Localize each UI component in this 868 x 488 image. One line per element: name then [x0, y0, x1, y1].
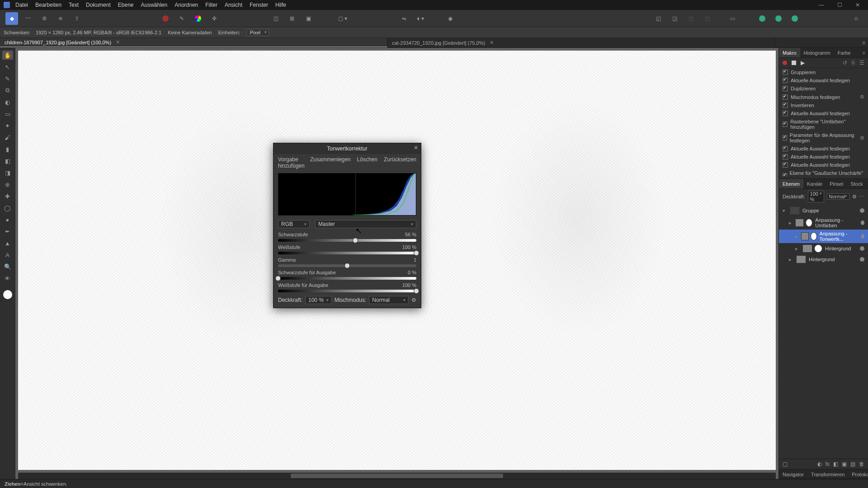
play-icon[interactable]: ▶ [801, 60, 805, 66]
chevron-icon[interactable]: ▸ [795, 246, 800, 252]
window-close-button[interactable]: ✕ [851, 2, 864, 8]
menu-anordnen[interactable]: Anordnen [175, 2, 198, 8]
addlayer2-icon[interactable] [772, 12, 785, 25]
shape-tool[interactable]: ▲ [2, 239, 13, 248]
swatch-icon[interactable] [159, 12, 172, 25]
autoselect-icon[interactable]: ✜ [208, 12, 221, 25]
macro-item[interactable]: Invertieren [779, 101, 868, 109]
gear-icon[interactable]: ⚙ [860, 94, 864, 100]
tab-stock[interactable]: Stock [847, 179, 867, 188]
chevron-icon[interactable]: ▸ [789, 220, 793, 226]
window-minimize-button[interactable]: — [815, 2, 828, 8]
checkbox-icon[interactable] [783, 146, 788, 151]
menu-fenster[interactable]: Fenster [250, 2, 268, 8]
quicklook-icon[interactable]: ◉ [444, 12, 457, 25]
checkbox-icon[interactable] [783, 94, 788, 100]
levels-dialog[interactable]: Tonwertkorrektur ✕ Vorgabe hinzufügen Zu… [273, 143, 421, 308]
menu-ansicht[interactable]: Ansicht [225, 2, 242, 8]
merge-button[interactable]: Zusammenlegen [310, 156, 350, 169]
tab-cat[interactable]: cat-2934720_1920.jpg [Geändert] (75,0%) … [387, 38, 775, 47]
layer-menu-icon[interactable]: ⋯ [859, 194, 864, 200]
adjust-icon[interactable]: ◐ [817, 461, 822, 467]
add-preset-button[interactable]: Vorgabe hinzufügen [278, 156, 310, 169]
tab-children[interactable]: children-1879907_1920.jpg [Geändert] (10… [0, 38, 387, 47]
channel-select[interactable]: RGB▾ [278, 220, 310, 228]
layer-row[interactable]: ▸ Hintergrund [779, 243, 868, 254]
tab-kanaele[interactable]: Kanäle [803, 179, 826, 188]
crop-dropdown-icon[interactable]: ▢ ▾ [336, 12, 349, 25]
flood-select-tool[interactable]: ✦ [2, 121, 13, 130]
macro-reset-icon[interactable]: ↺ [843, 60, 847, 66]
tab-protokoll[interactable]: Protokoll [848, 469, 868, 479]
arrange-front-icon[interactable]: ◲ [668, 12, 681, 25]
stop-icon[interactable] [792, 61, 796, 65]
close-icon[interactable]: ✕ [116, 39, 120, 45]
checkbox-icon[interactable] [783, 122, 788, 127]
macro-item[interactable]: Aktuelle Auswahl festlegen [779, 76, 868, 84]
checkbox-icon[interactable] [783, 86, 788, 91]
checkbox-icon[interactable] [783, 154, 788, 160]
macro-item[interactable]: Mischmodus festlegen ⚙ [779, 93, 868, 101]
clip-icon[interactable]: ◧ [833, 461, 838, 467]
persona-liquify-icon[interactable]: 〰 [22, 12, 34, 25]
marquee-tool[interactable]: ▭ [2, 109, 13, 118]
pen-tool[interactable]: ✒ [2, 227, 13, 236]
tab-transformieren[interactable]: Transformieren [807, 469, 848, 479]
hand-tool[interactable]: ✋ [2, 51, 13, 60]
selection-brush-tool[interactable]: ◐ [2, 98, 13, 107]
persona-photo-icon[interactable]: ◆ [5, 12, 18, 25]
slider-track[interactable] [278, 239, 416, 242]
tab-makro[interactable]: Makro [779, 48, 800, 57]
dialog-blend-select[interactable]: Normal▾ [369, 296, 409, 304]
chevron-icon[interactable]: ▸ [789, 257, 793, 263]
macro-item[interactable]: Aktuelle Auswahl festlegen [779, 145, 868, 153]
crop-tool[interactable]: ⧉ [2, 86, 13, 95]
slider-track[interactable] [278, 277, 416, 280]
macro-item[interactable]: Rasterebene "Umfärben" hinzufügen [779, 117, 868, 131]
move-tool[interactable]: ↖ [2, 62, 13, 71]
account-icon[interactable]: ☺ [850, 12, 863, 25]
range-select[interactable]: Master▾ [315, 220, 416, 228]
addlayer-icon[interactable]: ▤ [850, 461, 855, 467]
macro-item[interactable]: Ebene für "Gaußsche Unschärfe" hinzufüge… [779, 169, 868, 177]
menu-datei[interactable]: Datei [15, 2, 28, 8]
dialog-opacity-input[interactable]: 100 %▾ [305, 296, 332, 304]
reselect-icon[interactable]: ▣ [302, 12, 315, 25]
close-icon[interactable]: ✕ [414, 145, 418, 151]
flip-h-icon[interactable]: ⇋ [398, 12, 410, 25]
slider-track[interactable] [278, 290, 416, 292]
eyedropper-icon[interactable]: ✎ [175, 12, 188, 25]
lock-icon[interactable]: ⚙ [852, 194, 857, 200]
chevron-icon[interactable]: ▸ [795, 234, 798, 239]
blendmode-select[interactable]: Normal▾ [827, 193, 849, 200]
eraser-tool[interactable]: ◨ [2, 168, 13, 177]
menu-dokument[interactable]: Dokument [86, 2, 111, 8]
selection-icon[interactable]: ◫ [269, 12, 282, 25]
visibility-icon[interactable] [861, 234, 864, 239]
macro-item[interactable]: Duplizieren [779, 84, 868, 93]
macro-item[interactable]: Aktuelle Auswahl festlegen [779, 161, 868, 169]
macro-menu-icon[interactable]: ☰ [859, 60, 864, 66]
addlayer1-icon[interactable] [756, 12, 769, 25]
menu-hilfe[interactable]: Hilfe [275, 2, 286, 8]
visibility-icon[interactable] [860, 246, 864, 251]
persona-tonemap-icon[interactable]: ≋ [54, 12, 67, 25]
heal-tool[interactable]: ✚ [2, 192, 13, 201]
checkbox-icon[interactable] [783, 173, 787, 177]
gear-icon[interactable]: ⚙ [411, 297, 416, 303]
tab-histogramm[interactable]: Histogramm [800, 48, 834, 57]
units-select[interactable]: Pixel [246, 29, 269, 36]
slider-track[interactable] [278, 252, 416, 254]
color-wheel-icon[interactable] [192, 12, 204, 25]
checkbox-icon[interactable] [783, 78, 788, 83]
snap-toggle-icon[interactable]: ▭ [726, 12, 739, 25]
rotate-dropdown-icon[interactable]: ♦ ▾ [414, 12, 427, 25]
gear-icon[interactable]: ⚙ [860, 135, 864, 141]
brush-tool[interactable]: 🖌 [2, 133, 13, 142]
burn-tool[interactable]: ● [2, 215, 13, 224]
fx-icon[interactable]: fx [826, 461, 830, 467]
layer-row[interactable]: ▾ Gruppe [779, 205, 868, 216]
visibility-icon[interactable] [860, 257, 864, 262]
mask-icon[interactable]: ▢ [783, 461, 788, 467]
checkbox-icon[interactable] [783, 111, 788, 116]
